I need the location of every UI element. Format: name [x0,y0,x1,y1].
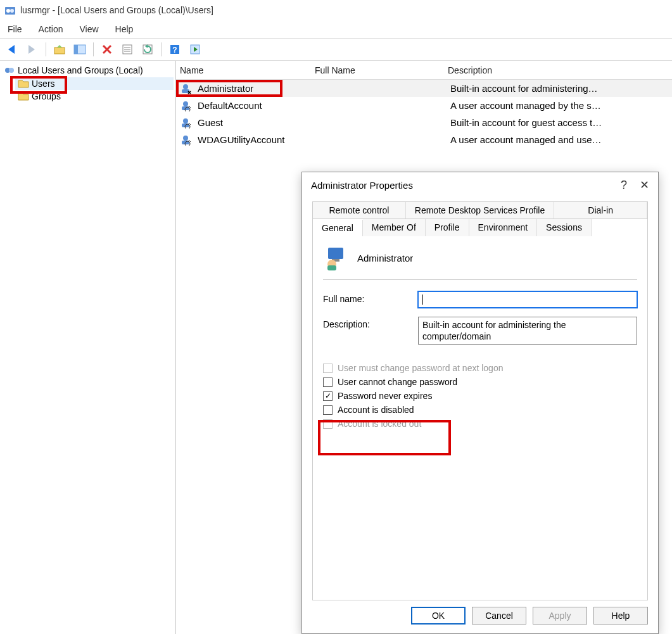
forward-icon[interactable] [24,41,41,58]
list-row-guest[interactable]: Guest Built-in account for guest access … [176,114,672,131]
window-title: lusrmgr - [Local Users and Groups (Local… [20,5,213,15]
tab-rds-profile[interactable]: Remote Desktop Services Profile [406,202,554,219]
check-account-disabled[interactable]: Account is disabled [323,405,637,415]
checkbox-icon[interactable]: ✓ [323,391,333,401]
cell-name: Guest [194,117,315,128]
tree-pane: Local Users and Groups (Local) Users Gro… [0,61,176,634]
tab-general[interactable]: General [313,220,363,237]
menu-file[interactable]: File [5,23,25,35]
cell-desc: Built-in account for administering… [448,83,672,94]
menu-view[interactable]: View [77,23,101,35]
tree-item-users[interactable]: Users [15,77,174,90]
user-icon [180,134,191,146]
list-header: Name Full Name Description [176,61,672,80]
check-pw-never-expires[interactable]: ✓ Password never expires [323,391,637,401]
label-description: Description: [323,317,418,329]
menu-help[interactable]: Help [113,23,136,35]
dialog-titlebar: Administrator Properties ? ✕ [302,172,658,198]
tab-content-general: Administrator Full name: Description: Bu… [312,236,648,600]
app-icon [4,4,16,16]
checkbox-icon[interactable] [323,377,333,387]
svg-point-15 [9,68,14,73]
list-row-administrator[interactable]: Administrator Built-in account for admin… [176,80,672,97]
col-name[interactable]: Name [176,65,312,75]
check-account-locked: Account is locked out [323,419,637,429]
dialog-close-icon[interactable]: ✕ [640,178,649,192]
input-full-name[interactable] [418,291,637,308]
title-bar: lusrmgr - [Local Users and Groups (Local… [0,0,672,20]
divider [323,279,637,280]
group-root-icon [4,65,15,76]
svg-point-18 [183,101,188,106]
svg-rect-5 [74,45,78,54]
tree-item-label: Users [32,79,55,89]
show-hide-tree-icon[interactable] [72,41,88,58]
cell-name: WDAGUtilityAccount [194,134,315,145]
tab-strip: Remote control Remote Desktop Services P… [312,201,648,236]
cell-desc: A user account managed by the s… [448,100,672,111]
input-description[interactable]: Built-in account for administering the c… [418,317,637,345]
tab-environment[interactable]: Environment [469,219,538,236]
list-row-wdag[interactable]: WDAGUtilityAccount A user account manage… [176,131,672,148]
toolbar: ? [0,38,672,61]
user-disabled-icon [180,83,191,94]
cell-desc: Built-in account for guest access t… [448,117,672,128]
col-desc[interactable]: Description [445,65,672,75]
back-icon[interactable] [4,41,20,58]
help-icon[interactable]: ? [167,41,183,58]
cancel-button[interactable]: Cancel [472,607,526,624]
cell-desc: A user account managed and use… [448,134,672,145]
dialog-title: Administrator Properties [311,180,413,191]
refresh-icon[interactable] [139,41,156,58]
properties-icon[interactable] [119,41,136,58]
tree-root[interactable]: Local Users and Groups (Local) [1,63,174,77]
tab-profile[interactable]: Profile [426,219,469,236]
menu-bar: File Action View Help [0,20,672,38]
col-full[interactable]: Full Name [312,65,445,75]
properties-dialog: Administrator Properties ? ✕ Remote cont… [301,172,659,634]
user-icon [180,100,191,111]
folder-icon [18,91,29,101]
svg-rect-3 [54,48,65,54]
up-folder-icon[interactable] [51,41,68,58]
dialog-help-icon[interactable]: ? [621,179,627,192]
svg-rect-24 [328,248,343,259]
cell-name: DefaultAccount [194,100,315,111]
tree-root-label: Local Users and Groups (Local) [18,65,143,75]
tab-remote-control[interactable]: Remote control [313,202,406,219]
dialog-user-name: Administrator [357,253,413,263]
user-large-icon [323,245,348,270]
checkbox-icon [323,364,333,373]
tree-item-label: Groups [32,91,61,101]
apply-button[interactable]: Apply [533,607,587,624]
svg-point-20 [183,118,188,124]
dialog-buttons: OK Cancel Apply Help [302,600,658,633]
help-button[interactable]: Help [593,607,648,624]
ok-button[interactable]: OK [411,607,466,624]
user-icon [180,117,191,129]
tab-member-of[interactable]: Member Of [363,219,426,236]
checkbox-icon [323,419,333,429]
svg-point-1 [6,9,10,13]
folder-icon [18,79,29,89]
check-cannot-change-pw[interactable]: User cannot change password [323,377,637,387]
svg-rect-27 [327,265,336,270]
svg-point-2 [10,9,14,13]
checkbox-icon[interactable] [323,405,333,415]
cell-name: Administrator [194,83,315,94]
menu-action[interactable]: Action [36,23,66,35]
check-must-change-pw: User must change password at next logon [323,363,637,373]
svg-point-22 [183,136,188,141]
delete-icon[interactable] [99,41,115,58]
tab-dial-in[interactable]: Dial-in [554,202,647,219]
label-full-name: Full name: [323,291,418,304]
svg-text:?: ? [172,46,177,54]
list-row-defaultaccount[interactable]: DefaultAccount A user account managed by… [176,97,672,114]
tree-item-groups[interactable]: Groups [15,90,174,103]
action-icon[interactable] [187,41,203,58]
tab-sessions[interactable]: Sessions [537,219,592,236]
svg-point-16 [183,84,188,89]
